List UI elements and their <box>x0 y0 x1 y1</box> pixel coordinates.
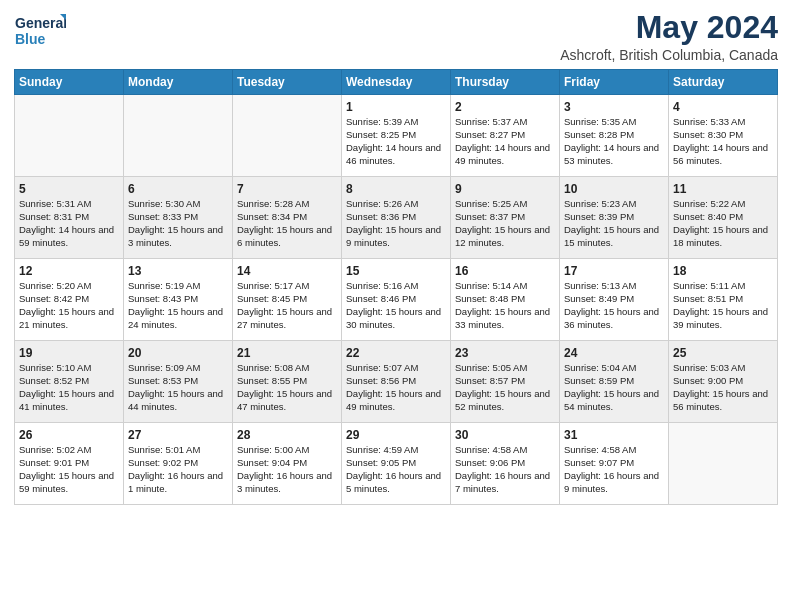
sunset: Sunset: 8:53 PM <box>128 375 198 386</box>
daylight: Daylight: 15 hours and 36 minutes. <box>564 306 659 330</box>
day-cell: 5Sunrise: 5:31 AMSunset: 8:31 PMDaylight… <box>15 177 124 259</box>
day-number: 8 <box>346 181 446 197</box>
sunset: Sunset: 8:56 PM <box>346 375 416 386</box>
page: General Blue May 2024 Ashcroft, British … <box>0 0 792 612</box>
day-cell: 12Sunrise: 5:20 AMSunset: 8:42 PMDayligh… <box>15 259 124 341</box>
daylight: Daylight: 14 hours and 59 minutes. <box>19 224 114 248</box>
sunrise: Sunrise: 5:02 AM <box>19 444 91 455</box>
day-number: 6 <box>128 181 228 197</box>
daylight: Daylight: 16 hours and 7 minutes. <box>455 470 550 494</box>
day-cell <box>124 95 233 177</box>
sunrise: Sunrise: 5:13 AM <box>564 280 636 291</box>
day-cell: 24Sunrise: 5:04 AMSunset: 8:59 PMDayligh… <box>560 341 669 423</box>
sunset: Sunset: 8:55 PM <box>237 375 307 386</box>
day-number: 19 <box>19 345 119 361</box>
sunset: Sunset: 8:39 PM <box>564 211 634 222</box>
daylight: Daylight: 15 hours and 24 minutes. <box>128 306 223 330</box>
header-wednesday: Wednesday <box>342 70 451 95</box>
sunset: Sunset: 8:36 PM <box>346 211 416 222</box>
sunset: Sunset: 9:04 PM <box>237 457 307 468</box>
daylight: Daylight: 15 hours and 41 minutes. <box>19 388 114 412</box>
day-cell: 7Sunrise: 5:28 AMSunset: 8:34 PMDaylight… <box>233 177 342 259</box>
daylight: Daylight: 14 hours and 46 minutes. <box>346 142 441 166</box>
header-row: Sunday Monday Tuesday Wednesday Thursday… <box>15 70 778 95</box>
day-number: 20 <box>128 345 228 361</box>
day-cell: 4Sunrise: 5:33 AMSunset: 8:30 PMDaylight… <box>669 95 778 177</box>
sunrise: Sunrise: 5:10 AM <box>19 362 91 373</box>
sunset: Sunset: 8:40 PM <box>673 211 743 222</box>
day-number: 2 <box>455 99 555 115</box>
day-cell: 18Sunrise: 5:11 AMSunset: 8:51 PMDayligh… <box>669 259 778 341</box>
day-number: 13 <box>128 263 228 279</box>
sunset: Sunset: 9:00 PM <box>673 375 743 386</box>
header-thursday: Thursday <box>451 70 560 95</box>
sunrise: Sunrise: 5:17 AM <box>237 280 309 291</box>
daylight: Daylight: 15 hours and 9 minutes. <box>346 224 441 248</box>
day-cell: 11Sunrise: 5:22 AMSunset: 8:40 PMDayligh… <box>669 177 778 259</box>
header-sunday: Sunday <box>15 70 124 95</box>
daylight: Daylight: 15 hours and 3 minutes. <box>128 224 223 248</box>
sunrise: Sunrise: 5:28 AM <box>237 198 309 209</box>
sunrise: Sunrise: 5:35 AM <box>564 116 636 127</box>
sunrise: Sunrise: 5:33 AM <box>673 116 745 127</box>
sunrise: Sunrise: 5:11 AM <box>673 280 745 291</box>
sunset: Sunset: 8:34 PM <box>237 211 307 222</box>
daylight: Daylight: 15 hours and 6 minutes. <box>237 224 332 248</box>
svg-text:Blue: Blue <box>15 31 46 47</box>
daylight: Daylight: 15 hours and 27 minutes. <box>237 306 332 330</box>
day-number: 3 <box>564 99 664 115</box>
sunset: Sunset: 9:02 PM <box>128 457 198 468</box>
sunset: Sunset: 8:28 PM <box>564 129 634 140</box>
calendar-row-2: 5Sunrise: 5:31 AMSunset: 8:31 PMDaylight… <box>15 177 778 259</box>
day-number: 10 <box>564 181 664 197</box>
sunrise: Sunrise: 5:00 AM <box>237 444 309 455</box>
day-cell: 16Sunrise: 5:14 AMSunset: 8:48 PMDayligh… <box>451 259 560 341</box>
sunset: Sunset: 8:46 PM <box>346 293 416 304</box>
sunrise: Sunrise: 5:22 AM <box>673 198 745 209</box>
day-cell: 29Sunrise: 4:59 AMSunset: 9:05 PMDayligh… <box>342 423 451 505</box>
sunrise: Sunrise: 5:30 AM <box>128 198 200 209</box>
sunrise: Sunrise: 5:07 AM <box>346 362 418 373</box>
sunset: Sunset: 8:31 PM <box>19 211 89 222</box>
sunset: Sunset: 8:43 PM <box>128 293 198 304</box>
daylight: Daylight: 15 hours and 12 minutes. <box>455 224 550 248</box>
sunset: Sunset: 8:27 PM <box>455 129 525 140</box>
daylight: Daylight: 15 hours and 52 minutes. <box>455 388 550 412</box>
day-cell <box>233 95 342 177</box>
day-number: 29 <box>346 427 446 443</box>
calendar-row-1: 1Sunrise: 5:39 AMSunset: 8:25 PMDaylight… <box>15 95 778 177</box>
day-number: 26 <box>19 427 119 443</box>
day-cell: 15Sunrise: 5:16 AMSunset: 8:46 PMDayligh… <box>342 259 451 341</box>
day-cell: 17Sunrise: 5:13 AMSunset: 8:49 PMDayligh… <box>560 259 669 341</box>
daylight: Daylight: 15 hours and 18 minutes. <box>673 224 768 248</box>
daylight: Daylight: 15 hours and 39 minutes. <box>673 306 768 330</box>
day-number: 14 <box>237 263 337 279</box>
sunrise: Sunrise: 5:20 AM <box>19 280 91 291</box>
header: General Blue May 2024 Ashcroft, British … <box>14 10 778 63</box>
daylight: Daylight: 15 hours and 15 minutes. <box>564 224 659 248</box>
day-number: 24 <box>564 345 664 361</box>
day-cell: 10Sunrise: 5:23 AMSunset: 8:39 PMDayligh… <box>560 177 669 259</box>
month-title: May 2024 <box>560 10 778 45</box>
day-number: 22 <box>346 345 446 361</box>
daylight: Daylight: 15 hours and 44 minutes. <box>128 388 223 412</box>
sunrise: Sunrise: 5:04 AM <box>564 362 636 373</box>
sunset: Sunset: 9:05 PM <box>346 457 416 468</box>
sunset: Sunset: 9:06 PM <box>455 457 525 468</box>
sunrise: Sunrise: 5:14 AM <box>455 280 527 291</box>
sunrise: Sunrise: 5:19 AM <box>128 280 200 291</box>
day-number: 31 <box>564 427 664 443</box>
location: Ashcroft, British Columbia, Canada <box>560 47 778 63</box>
day-number: 15 <box>346 263 446 279</box>
daylight: Daylight: 15 hours and 30 minutes. <box>346 306 441 330</box>
day-cell: 28Sunrise: 5:00 AMSunset: 9:04 PMDayligh… <box>233 423 342 505</box>
sunset: Sunset: 8:25 PM <box>346 129 416 140</box>
sunset: Sunset: 9:07 PM <box>564 457 634 468</box>
logo-svg: General Blue <box>14 10 66 52</box>
daylight: Daylight: 15 hours and 33 minutes. <box>455 306 550 330</box>
sunset: Sunset: 8:33 PM <box>128 211 198 222</box>
day-cell: 26Sunrise: 5:02 AMSunset: 9:01 PMDayligh… <box>15 423 124 505</box>
day-cell: 31Sunrise: 4:58 AMSunset: 9:07 PMDayligh… <box>560 423 669 505</box>
day-number: 5 <box>19 181 119 197</box>
sunset: Sunset: 8:57 PM <box>455 375 525 386</box>
